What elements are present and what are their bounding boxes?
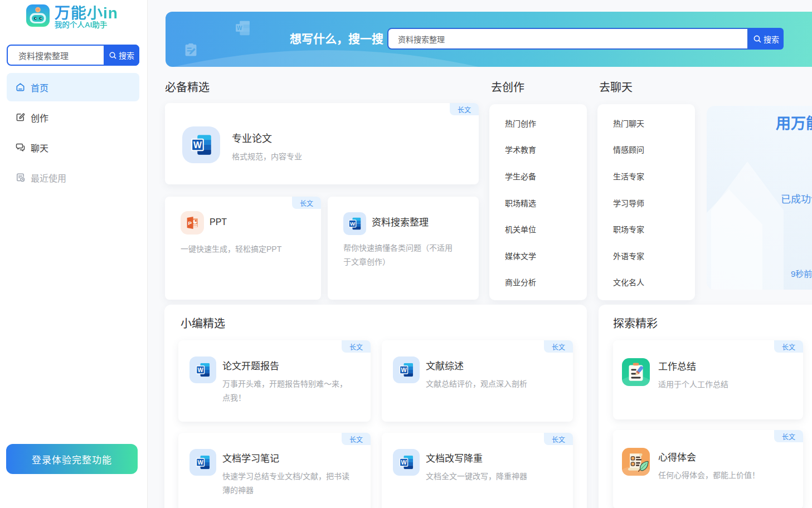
svg-text:W: W [350,221,356,227]
svg-text:W: W [197,459,203,466]
svg-text:W: W [401,459,407,466]
svg-text:P: P [188,220,192,226]
svg-text:W: W [237,25,242,31]
svg-text:W: W [193,140,202,150]
svg-text:W: W [197,367,203,373]
svg-text:W: W [401,367,407,373]
